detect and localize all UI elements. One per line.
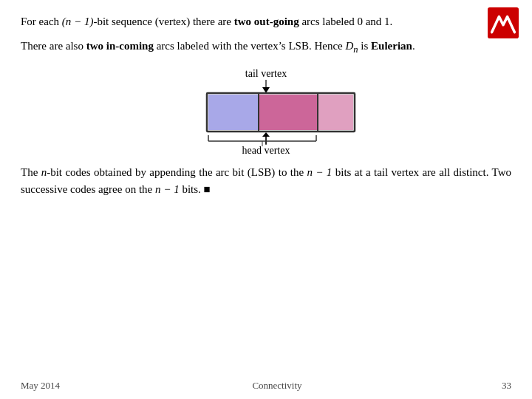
p2-text3: is bbox=[358, 40, 372, 52]
p3-math2: n − 1 bbox=[307, 166, 332, 178]
paragraph-2: There are also two in-coming arcs labele… bbox=[21, 38, 511, 57]
p1-text1: For each bbox=[21, 16, 62, 27]
svg-rect-5 bbox=[259, 95, 318, 130]
p3-text4: bits. ■ bbox=[180, 183, 211, 195]
logo bbox=[488, 7, 519, 38]
p1-bold: two out-going bbox=[234, 16, 299, 27]
svg-rect-6 bbox=[318, 95, 353, 130]
p1-math1: (n − 1) bbox=[62, 16, 94, 27]
p2-math1: Dn bbox=[345, 40, 358, 52]
diagram-svg: tail vertex head vertex bbox=[148, 65, 384, 161]
tail-vertex-label: tail vertex bbox=[245, 68, 287, 79]
footer-page: 33 bbox=[489, 380, 511, 392]
paragraph-3: The n-bit codes obtained by appending th… bbox=[21, 164, 511, 199]
p1-text2: -bit sequence (vertex) there are bbox=[93, 16, 233, 27]
page-content: For each (n − 1)-bit sequence (vertex) t… bbox=[0, 0, 532, 213]
p2-bold1: two in-coming bbox=[86, 40, 154, 52]
svg-marker-12 bbox=[262, 132, 270, 137]
footer: May 2014 Connectivity 33 bbox=[0, 380, 532, 392]
p3-math3: n − 1 bbox=[155, 183, 180, 195]
paragraph-1: For each (n − 1)-bit sequence (vertex) t… bbox=[21, 13, 511, 30]
head-vertex-label: head vertex bbox=[242, 145, 290, 156]
p2-text2: arcs labeled with the vertex’s LSB. Henc… bbox=[154, 40, 346, 52]
diagram-container: tail vertex head vertex bbox=[21, 65, 511, 161]
footer-date: May 2014 bbox=[21, 380, 65, 392]
p2-bold2: Eulerian bbox=[371, 40, 412, 52]
p1-text3: arcs labeled 0 and 1. bbox=[299, 16, 393, 27]
svg-rect-4 bbox=[208, 95, 259, 130]
p3-text1: The bbox=[21, 166, 41, 178]
p2-period: . bbox=[412, 40, 415, 52]
p3-text2: -bit codes obtained by appending the arc… bbox=[47, 166, 307, 178]
footer-title: Connectivity bbox=[65, 380, 489, 392]
p2-text1: There are also bbox=[21, 40, 86, 52]
